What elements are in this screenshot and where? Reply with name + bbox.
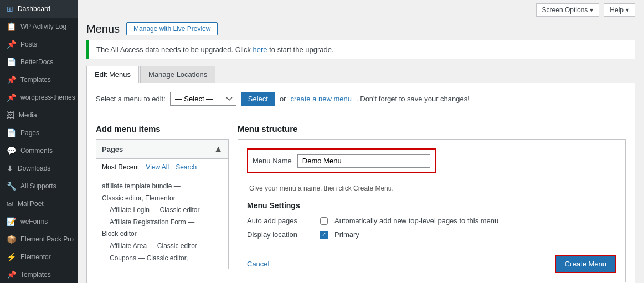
sidebar-item-weforms[interactable]: 📝 weForms: [0, 213, 78, 230]
notice-link[interactable]: here: [253, 45, 267, 54]
sidebar-item-element-pack-pro[interactable]: 📦 Element Pack Pro: [0, 230, 78, 248]
sidebar-item-label: weForms: [20, 218, 48, 225]
sidebar-item-label: WP Activity Log: [20, 23, 66, 30]
subtab-search[interactable]: Search: [176, 163, 197, 171]
list-item[interactable]: Affiliate Area — Classic editor: [102, 240, 223, 253]
tab-edit-menus[interactable]: Edit Menus: [86, 66, 139, 83]
sidebar-item-pages[interactable]: 📄 Pages: [0, 124, 78, 142]
notice-bar: The All Access data needs to be upgraded…: [86, 40, 635, 59]
main-content: Screen Options ▾ Help ▾ Menus Manage wit…: [78, 0, 644, 283]
sidebar-item-downloads[interactable]: ⬇ Downloads: [0, 159, 78, 177]
menu-select-dropdown[interactable]: — Select —: [170, 92, 236, 106]
list-item[interactable]: Affiliate Registration Form —: [102, 217, 223, 229]
pages-icon: 📄: [7, 128, 16, 137]
auto-add-pages-label: Auto add pages: [247, 217, 313, 225]
display-location-label: Display location: [247, 230, 313, 239]
page-header: Menus Manage with Live Preview: [78, 20, 644, 40]
tab-manage-locations[interactable]: Manage Locations: [140, 66, 215, 83]
sidebar-item-comments[interactable]: 💬 Comments: [0, 142, 78, 159]
subtab-most-recent[interactable]: Most Recent: [102, 163, 139, 171]
dont-forget-text: . Don't forget to save your changes!: [356, 95, 470, 103]
sidebar-item-posts[interactable]: 📌 Posts: [0, 35, 78, 53]
sidebar-item-all-supports[interactable]: 🔧 All Supports: [0, 177, 78, 195]
menu-structure-title: Menu structure: [238, 124, 626, 133]
templates2-icon: 📌: [7, 270, 16, 279]
sidebar-item-media[interactable]: 🖼 Media: [0, 106, 78, 124]
sidebar-item-dashboard[interactable]: ⊞ Dashboard: [0, 0, 78, 18]
sidebar-item-wp-activity-log[interactable]: 📋 WP Activity Log: [0, 18, 78, 35]
sidebar-item-wordpress-themes[interactable]: 📌 wordpress-themes: [0, 89, 78, 106]
sidebar-item-label: Templates: [20, 271, 51, 279]
tabs-bar: Edit Menus Manage Locations: [86, 66, 635, 83]
activity-log-icon: 📋: [7, 22, 16, 31]
screen-options-chevron: ▾: [590, 6, 593, 14]
bottom-actions: Cancel Create Menu: [247, 248, 616, 273]
sidebar-item-label: Downloads: [18, 164, 50, 172]
cancel-link[interactable]: Cancel: [247, 260, 269, 268]
auto-add-pages-checkbox[interactable]: [320, 217, 328, 225]
select-menu-label: Select a menu to edit:: [96, 95, 166, 103]
sidebar-item-betterdocs[interactable]: 📄 BetterDocs: [0, 53, 78, 71]
sidebar-item-elementor[interactable]: ⚡ Elementor: [0, 248, 78, 266]
display-location-checkbox[interactable]: ✓: [320, 231, 328, 239]
setting-display-location: Display location ✓ Primary: [247, 230, 616, 239]
list-item[interactable]: affiliate template bundle —: [102, 181, 223, 193]
notice-text: The All Access data needs to be upgraded…: [96, 45, 253, 54]
give-menu-hint: Give your menu a name, then click Create…: [247, 184, 616, 192]
subtab-view-all[interactable]: View All: [146, 163, 169, 171]
create-menu-button[interactable]: Create Menu: [555, 255, 616, 273]
elementor-icon: ⚡: [7, 253, 16, 261]
mailpoet-icon: ✉: [7, 199, 13, 208]
add-menu-items-title: Add menu items: [96, 124, 229, 133]
or-text: or: [280, 95, 286, 103]
sidebar-item-templates2[interactable]: 📌 Templates: [0, 266, 78, 283]
auto-add-pages-description: Automatically add new top-level pages to…: [334, 217, 498, 225]
pages-panel-title: Pages: [102, 145, 123, 153]
screen-options-label: Screen Options: [542, 6, 588, 14]
wp-themes-icon: 📌: [7, 93, 16, 102]
list-item[interactable]: Coupons — Classic editor,: [102, 253, 223, 265]
downloads-icon: ⬇: [7, 164, 13, 173]
sidebar-item-label: Templates: [20, 76, 51, 84]
sidebar-item-label: Comments: [20, 147, 53, 155]
list-item[interactable]: Affiliate Login — Classic editor: [102, 204, 223, 217]
supports-icon: 🔧: [7, 182, 16, 191]
create-new-menu-link[interactable]: create a new menu: [290, 95, 352, 103]
menu-name-row: Menu Name: [247, 148, 436, 173]
menu-name-label: Menu Name: [253, 157, 292, 165]
menu-name-section: Menu Name: [247, 148, 616, 179]
sidebar-item-label: All Supports: [20, 182, 56, 190]
list-item[interactable]: Block editor: [102, 228, 223, 240]
pages-collapse-button[interactable]: ▲: [214, 144, 223, 154]
select-button[interactable]: Select: [241, 92, 275, 106]
display-location-description: Primary: [334, 230, 359, 239]
list-item[interactable]: Classic editor, Elementor: [102, 193, 223, 205]
select-menu-row: Select a menu to edit: — Select — Select…: [96, 92, 626, 115]
manage-preview-button[interactable]: Manage with Live Preview: [126, 22, 218, 35]
notice-text2: to start the upgrade.: [267, 45, 334, 54]
sidebar-item-label: Posts: [20, 40, 37, 48]
pages-panel-header: Pages ▲: [96, 140, 228, 159]
sidebar-item-label: Dashboard: [18, 5, 50, 13]
menu-name-input[interactable]: [297, 154, 430, 168]
sidebar-item-label: wordpress-themes: [20, 94, 75, 101]
setting-auto-add-pages: Auto add pages Automatically add new top…: [247, 217, 616, 225]
sidebar-item-mailpoet[interactable]: ✉ MailPoet: [0, 195, 78, 213]
menu-items-box: Pages ▲ Most Recent View All Search affi…: [96, 139, 229, 269]
sidebar: ⊞ Dashboard 📋 WP Activity Log 📌 Posts 📄 …: [0, 0, 78, 283]
element-pack-icon: 📦: [7, 235, 16, 244]
screen-options-button[interactable]: Screen Options ▾: [536, 3, 600, 17]
menu-settings-title: Menu Settings: [247, 201, 616, 210]
sidebar-item-label: Media: [19, 111, 37, 119]
help-button[interactable]: Help ▾: [604, 3, 635, 17]
comments-icon: 💬: [7, 146, 16, 155]
media-icon: 🖼: [7, 111, 14, 120]
betterdocs-icon: 📄: [7, 58, 16, 66]
add-menu-items-panel: Add menu items Pages ▲ Most Recent View …: [96, 124, 229, 282]
pages-list: affiliate template bundle — Classic edit…: [96, 176, 228, 269]
weforms-icon: 📝: [7, 217, 16, 226]
topbar: Screen Options ▾ Help ▾: [78, 0, 644, 20]
two-column-layout: Add menu items Pages ▲ Most Recent View …: [96, 124, 626, 282]
sidebar-item-templates[interactable]: 📌 Templates: [0, 71, 78, 89]
page-title: Menus: [86, 23, 120, 35]
